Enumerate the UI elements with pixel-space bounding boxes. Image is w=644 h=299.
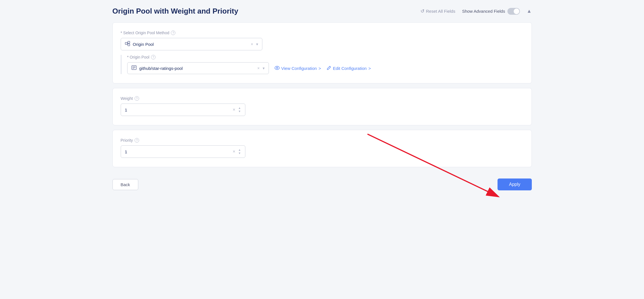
priority-stepper[interactable]: ▲ ▼ <box>238 149 241 155</box>
origin-pool-value: github/star-ratings-pool <box>139 66 255 71</box>
priority-clear[interactable]: × <box>233 149 235 154</box>
svg-rect-2 <box>128 44 130 46</box>
view-configuration-button[interactable]: View Configuration > <box>275 66 321 71</box>
origin-pool-method-select[interactable]: Origin Pool × ▾ <box>121 38 262 50</box>
apply-button[interactable]: Apply <box>498 178 532 190</box>
reset-icon: ↺ <box>420 8 424 14</box>
svg-rect-1 <box>128 41 130 43</box>
svg-point-10 <box>276 67 278 68</box>
origin-pool-help-icon[interactable]: ? <box>151 55 156 59</box>
back-button[interactable]: Back <box>112 179 138 190</box>
origin-pool-select[interactable]: github/star-ratings-pool × ▾ <box>127 62 269 74</box>
origin-pool-method-clear[interactable]: × <box>251 42 253 46</box>
weight-actions: × ▲ ▼ <box>233 107 241 113</box>
origin-pool-method-card: * Select Origin Pool Method ? Origin Poo… <box>112 22 532 83</box>
priority-help-icon[interactable]: ? <box>135 138 139 143</box>
show-advanced-container: Show Advanced Fields <box>462 8 520 15</box>
page-header: Origin Pool with Weight and Priority ↺ R… <box>112 7 532 16</box>
weight-up-icon[interactable]: ▲ <box>238 107 241 109</box>
priority-down-icon[interactable]: ▼ <box>238 152 241 155</box>
origin-pool-clear[interactable]: × <box>257 66 260 70</box>
priority-card: Priority ? 1 × ▲ ▼ <box>112 130 532 167</box>
weight-down-icon[interactable]: ▼ <box>238 110 241 113</box>
origin-pool-row: github/star-ratings-pool × ▾ View Config… <box>127 62 524 74</box>
origin-pool-select-icon <box>131 65 137 71</box>
weight-stepper[interactable]: ▲ ▼ <box>238 107 241 113</box>
origin-pool-label: * Origin Pool ? <box>127 55 524 59</box>
page-title: Origin Pool with Weight and Priority <box>112 7 238 16</box>
origin-pool-dropdown-icon[interactable]: ▾ <box>263 66 265 70</box>
weight-label: Weight ? <box>121 96 524 101</box>
footer: Back Apply <box>112 178 532 190</box>
collapse-button[interactable]: ▲ <box>527 8 532 14</box>
origin-pool-actions: × ▾ <box>257 66 264 70</box>
weight-input[interactable]: 1 × ▲ ▼ <box>121 104 245 116</box>
origin-pool-nested: * Origin Pool ? github/star-ratings-pool <box>121 55 524 74</box>
origin-pool-method-dropdown-icon[interactable]: ▾ <box>256 42 258 46</box>
advanced-fields-toggle[interactable] <box>507 8 520 15</box>
priority-input[interactable]: 1 × ▲ ▼ <box>121 145 245 158</box>
weight-value: 1 <box>125 107 230 112</box>
weight-card: Weight ? 1 × ▲ ▼ <box>112 88 532 125</box>
priority-actions: × ▲ ▼ <box>233 149 241 155</box>
header-controls: ↺ Reset All Fields Show Advanced Fields … <box>420 8 532 15</box>
priority-up-icon[interactable]: ▲ <box>238 149 241 151</box>
view-icon <box>275 66 280 71</box>
weight-clear[interactable]: × <box>233 107 235 112</box>
origin-pool-method-help-icon[interactable]: ? <box>171 31 175 35</box>
origin-pool-method-actions: × ▾ <box>251 42 258 46</box>
priority-value: 1 <box>125 149 230 154</box>
priority-label: Priority ? <box>121 138 524 143</box>
svg-rect-0 <box>125 42 127 44</box>
origin-pool-method-icon <box>125 41 130 47</box>
origin-pool-method-value: Origin Pool <box>133 42 248 47</box>
origin-pool-method-label: * Select Origin Pool Method ? <box>121 31 524 35</box>
reset-fields-button[interactable]: ↺ Reset All Fields <box>420 8 455 14</box>
svg-point-9 <box>275 66 279 70</box>
edit-configuration-button[interactable]: Edit Configuration > <box>327 66 371 71</box>
weight-help-icon[interactable]: ? <box>135 96 139 101</box>
edit-icon <box>327 66 331 71</box>
